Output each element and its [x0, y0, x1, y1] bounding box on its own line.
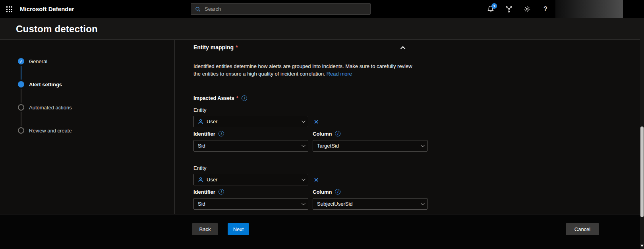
wizard-steps: ✓ General Alert settings Automated actio…: [0, 40, 175, 214]
content-area: ✓ General Alert settings Automated actio…: [0, 40, 644, 214]
impacted-assets-label: Impacted Assets: [193, 95, 234, 101]
step-connector: [21, 112, 21, 126]
identifier-column-labels: Identifier i Column i: [193, 130, 440, 137]
entity-select[interactable]: User: [193, 174, 308, 185]
section-header: Entity mapping*: [193, 40, 440, 51]
entity-mapping-description: Identified entities determine how alerts…: [193, 63, 413, 78]
info-icon[interactable]: i: [335, 189, 340, 195]
step-upcoming-icon: [18, 127, 24, 134]
step-label: Automated actions: [29, 105, 72, 111]
entity-row: User ×: [193, 174, 440, 185]
chevron-down-icon: [302, 201, 306, 205]
page-title: Custom detection: [16, 23, 98, 35]
impacted-assets-label-row: Impacted Assets* i: [193, 95, 440, 101]
cancel-button[interactable]: Cancel: [566, 223, 599, 235]
identifier-select[interactable]: Sid: [193, 198, 308, 210]
defender-app: Microsoft Defender 1: [0, 0, 644, 249]
network-icon: [505, 6, 512, 13]
help-button[interactable]: ?: [539, 3, 552, 16]
gear-icon: [524, 6, 531, 13]
entity-label: Entity: [193, 107, 440, 113]
identifier-label: Identifier: [193, 131, 215, 137]
community-button[interactable]: [503, 3, 515, 16]
identifier-column-labels: Identifier i Column i: [193, 188, 440, 195]
wizard-step-alert-settings[interactable]: Alert settings: [18, 81, 174, 88]
required-asterisk: *: [236, 44, 238, 51]
step-label: Review and create: [29, 128, 72, 134]
scroll-down-arrow-icon[interactable]: [640, 245, 644, 247]
identifier-select-value: Sid: [198, 201, 302, 207]
info-icon[interactable]: i: [335, 131, 340, 136]
account-area[interactable]: [555, 0, 623, 18]
waffle-icon: [6, 6, 12, 12]
identifier-column-selects: Sid SubjectUserSid: [193, 198, 440, 210]
remove-entity-button[interactable]: ×: [314, 175, 319, 184]
info-icon[interactable]: i: [242, 95, 247, 101]
step-label: General: [29, 58, 47, 64]
notifications-button[interactable]: 1: [484, 3, 497, 16]
identifier-select[interactable]: Sid: [193, 140, 308, 152]
app-title: Microsoft Defender: [20, 0, 74, 18]
step-connector: [21, 89, 21, 103]
help-icon: ?: [543, 6, 547, 13]
info-icon[interactable]: i: [219, 189, 224, 195]
top-bar: Microsoft Defender 1: [0, 0, 644, 18]
column-select-value: TargetSid: [317, 143, 421, 149]
topbar-icons: 1 ?: [484, 0, 552, 18]
entity-label: Entity: [193, 165, 440, 171]
back-button[interactable]: Back: [192, 223, 218, 235]
vertical-scrollbar[interactable]: [640, 18, 644, 249]
page-header: Custom detection: [0, 18, 644, 40]
step-completed-icon: ✓: [18, 58, 24, 64]
close-icon: ×: [314, 117, 319, 126]
global-search[interactable]: [191, 3, 371, 15]
entity-mapping-form: Entity mapping* Identified entities dete…: [193, 40, 440, 210]
chevron-down-icon: [302, 143, 306, 147]
column-select-value: SubjectUserSid: [317, 201, 421, 207]
wizard-footer: Back Next Cancel: [0, 214, 644, 249]
step-current-icon: [18, 81, 24, 88]
next-button[interactable]: Next: [228, 223, 249, 235]
remove-entity-button[interactable]: ×: [314, 117, 319, 126]
chevron-down-icon: [302, 119, 306, 123]
step-upcoming-icon: [18, 104, 24, 111]
column-label: Column: [313, 131, 332, 137]
chevron-down-icon: [302, 177, 306, 181]
chevron-down-icon: [421, 201, 425, 205]
collapse-section-button[interactable]: [398, 43, 408, 52]
identifier-label: Identifier: [193, 189, 215, 195]
step-connector: [21, 66, 21, 80]
notification-badge: 1: [491, 3, 497, 9]
info-icon[interactable]: i: [219, 131, 224, 136]
read-more-link[interactable]: Read more: [327, 71, 352, 77]
wizard-step-review-and-create[interactable]: Review and create: [18, 127, 174, 134]
step-label: Alert settings: [29, 82, 62, 88]
entity-select-value: User: [207, 177, 302, 183]
required-asterisk: *: [236, 95, 238, 101]
user-icon: [198, 119, 203, 124]
column-label: Column: [313, 189, 332, 195]
user-icon: [198, 177, 203, 183]
wizard-step-general[interactable]: ✓ General: [18, 58, 174, 64]
chevron-down-icon: [421, 143, 425, 147]
search-icon: [195, 6, 201, 12]
chevron-up-icon: [400, 46, 405, 51]
scrollbar-thumb[interactable]: [640, 126, 644, 217]
settings-button[interactable]: [521, 3, 534, 16]
search-input[interactable]: [204, 6, 366, 12]
identifier-column-selects: Sid TargetSid: [193, 140, 440, 152]
column-select[interactable]: TargetSid: [313, 140, 427, 152]
close-icon: ×: [314, 175, 319, 184]
app-launcher-button[interactable]: [0, 0, 18, 18]
wizard-step-automated-actions[interactable]: Automated actions: [18, 104, 174, 111]
column-select[interactable]: SubjectUserSid: [313, 198, 427, 210]
entity-row: User ×: [193, 116, 440, 127]
entity-select[interactable]: User: [193, 116, 308, 127]
description-text: Identified entities determine how alerts…: [193, 63, 412, 77]
section-title: Entity mapping: [193, 44, 234, 51]
identifier-select-value: Sid: [198, 143, 302, 149]
entity-select-value: User: [207, 119, 302, 124]
